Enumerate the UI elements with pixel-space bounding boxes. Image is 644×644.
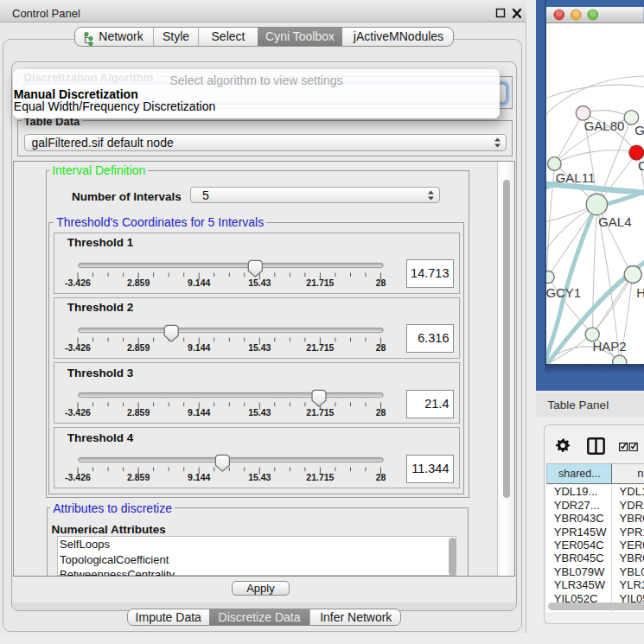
svg-text:2.859: 2.859: [127, 472, 150, 482]
svg-text:9.144: 9.144: [188, 407, 210, 418]
svg-text:9.144: 9.144: [188, 277, 210, 288]
svg-text:2.859: 2.859: [127, 407, 150, 418]
svg-text:GAL4: GAL4: [598, 214, 631, 229]
svg-text:15.43: 15.43: [248, 472, 271, 482]
svg-text:28: 28: [376, 277, 386, 288]
svg-text:9.144: 9.144: [188, 342, 210, 353]
svg-text:2.859: 2.859: [127, 342, 150, 353]
svg-text:21.715: 21.715: [307, 407, 335, 418]
svg-text:28: 28: [376, 342, 386, 353]
svg-text:GAL11: GAL11: [556, 171, 596, 186]
svg-text:2.859: 2.859: [127, 277, 150, 288]
svg-text:-3.426: -3.426: [65, 277, 91, 288]
svg-text:C: C: [638, 158, 644, 173]
svg-text:21.715: 21.715: [307, 277, 335, 288]
svg-text:15.43: 15.43: [248, 277, 271, 288]
svg-text:21.715: 21.715: [307, 342, 335, 353]
svg-text:15.43: 15.43: [248, 342, 271, 353]
svg-text:15.43: 15.43: [248, 407, 271, 418]
svg-text:GAL80: GAL80: [584, 119, 625, 134]
svg-text:28: 28: [376, 472, 386, 482]
svg-text:28: 28: [376, 407, 386, 418]
svg-text:GCY1: GCY1: [546, 285, 581, 300]
svg-text:-3.426: -3.426: [65, 407, 91, 418]
svg-text:9.144: 9.144: [188, 472, 210, 482]
svg-text:HAP2: HAP2: [593, 339, 627, 354]
svg-text:-3.426: -3.426: [65, 342, 91, 353]
svg-text:GAL1: GAL1: [634, 124, 643, 138]
svg-text:-3.426: -3.426: [65, 472, 91, 482]
svg-text:H: H: [637, 285, 644, 300]
svg-text:21.715: 21.715: [307, 472, 335, 482]
